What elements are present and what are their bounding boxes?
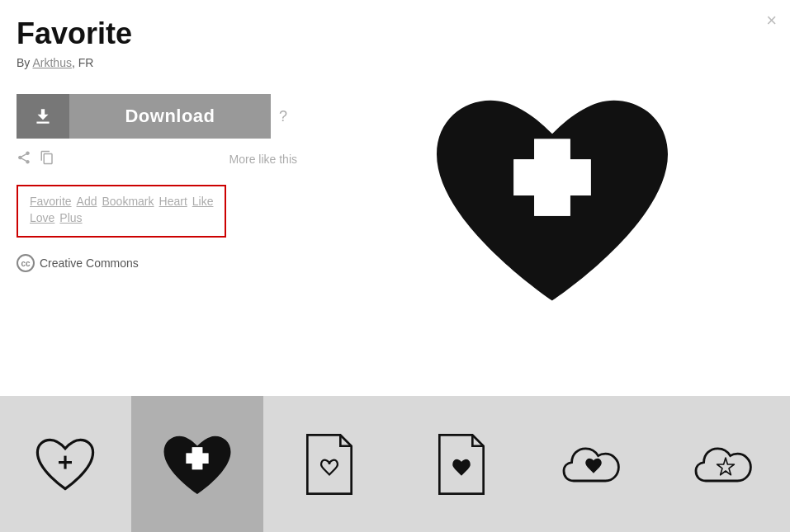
- share-icon[interactable]: [17, 150, 31, 168]
- tag-add[interactable]: Add: [77, 195, 97, 208]
- tag-bookmark[interactable]: Bookmark: [102, 195, 154, 208]
- tags-line-2: Love Plus: [30, 211, 213, 224]
- help-icon[interactable]: ?: [279, 108, 287, 125]
- download-label: Download: [69, 106, 271, 127]
- right-panel: [314, 0, 790, 396]
- copy-icon[interactable]: [40, 150, 54, 168]
- left-panel: Favorite By Arkthus, FR Download ?: [0, 0, 314, 396]
- author-link[interactable]: Arkthus: [32, 56, 71, 69]
- svg-marker-2: [717, 458, 734, 475]
- bottom-strip: [0, 396, 790, 532]
- close-button[interactable]: ×: [766, 12, 777, 30]
- page-title: Favorite: [17, 16, 297, 51]
- download-arrow-icon: [32, 106, 54, 127]
- tag-plus[interactable]: Plus: [59, 211, 82, 224]
- download-icon-box: [17, 94, 69, 139]
- strip-item-file-heart-filled[interactable]: [395, 396, 527, 532]
- big-heart-container: [412, 74, 693, 322]
- license-row: cc Creative Commons: [17, 254, 297, 272]
- strip-item-heart-plus-filled[interactable]: [131, 396, 263, 532]
- tag-heart[interactable]: Heart: [159, 195, 187, 208]
- license-label: Creative Commons: [40, 257, 139, 270]
- tag-like[interactable]: Like: [192, 195, 214, 208]
- download-button[interactable]: Download: [17, 94, 271, 139]
- big-heart-icon: [420, 82, 684, 313]
- tags-line-1: Favorite Add Bookmark Heart Like: [30, 195, 213, 208]
- more-like-this[interactable]: More like this: [229, 153, 297, 166]
- download-row: Download ?: [17, 94, 297, 139]
- author-location: FR: [78, 56, 94, 69]
- strip-item-cloud-heart-filled[interactable]: [527, 396, 660, 532]
- author-line: By Arkthus, FR: [17, 56, 297, 69]
- action-row: More like this: [17, 150, 297, 168]
- strip-item-file-heart-outline[interactable]: [263, 396, 395, 532]
- tags-box: Favorite Add Bookmark Heart Like Love Pl…: [17, 185, 226, 238]
- tag-favorite[interactable]: Favorite: [30, 195, 72, 208]
- tag-love[interactable]: Love: [30, 211, 54, 224]
- strip-item-heart-plus-outline[interactable]: [0, 396, 131, 532]
- strip-item-cloud-star-outline[interactable]: [660, 396, 791, 532]
- cc-icon: cc: [17, 254, 35, 272]
